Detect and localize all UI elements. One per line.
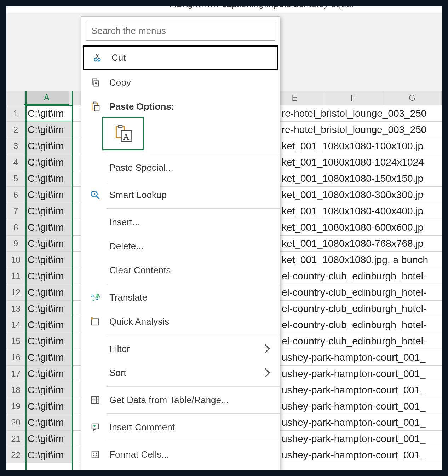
cell-a[interactable]: C:\git\im bbox=[25, 366, 73, 382]
formula-bar[interactable]: A1 C:\git\im…-captioning\inputs\berkeley… bbox=[6, 6, 442, 13]
row-header[interactable]: 12 bbox=[6, 284, 25, 300]
row-header[interactable]: 6 bbox=[6, 187, 25, 203]
row-header[interactable]: 15 bbox=[6, 333, 25, 349]
row-header[interactable]: 20 bbox=[6, 414, 25, 430]
menu-search-input[interactable]: Search the menus bbox=[86, 21, 275, 41]
menu-translate[interactable]: aあ Translate bbox=[81, 285, 280, 309]
cell-a[interactable]: C:\git\im bbox=[25, 301, 73, 317]
cell-a[interactable]: C:\git\im bbox=[25, 122, 73, 138]
format-cells-icon bbox=[89, 448, 102, 461]
cell-a[interactable]: C:\git\im bbox=[25, 105, 73, 121]
cell-overflow-text[interactable]: ushey-park-hampton-court_001_ bbox=[281, 447, 442, 463]
row-header[interactable]: 22 bbox=[6, 447, 25, 463]
cell-overflow-text[interactable]: ket_001_1080x1080-1024x1024 bbox=[281, 154, 442, 170]
divider bbox=[107, 284, 280, 284]
cell-a[interactable]: C:\git\im bbox=[25, 382, 73, 398]
menu-filter-label: Filter bbox=[109, 343, 254, 354]
row-header[interactable]: 3 bbox=[6, 138, 25, 154]
menu-quick-analysis[interactable]: Quick Analysis bbox=[81, 309, 280, 333]
excel-window: A1 C:\git\im…-captioning\inputs\berkeley… bbox=[6, 6, 442, 470]
select-all-corner[interactable] bbox=[6, 91, 24, 105]
cell-a[interactable]: C:\git\im bbox=[25, 170, 73, 186]
menu-clear-contents[interactable]: Clear Contents bbox=[81, 258, 280, 282]
cell-a[interactable]: C:\git\im bbox=[25, 398, 73, 414]
column-header-f[interactable]: F bbox=[324, 91, 383, 105]
svg-point-30 bbox=[93, 453, 94, 454]
column-header-g[interactable]: G bbox=[383, 91, 442, 105]
cell-overflow-text[interactable]: ushey-park-hampton-court_001_ bbox=[281, 398, 442, 414]
cell-a[interactable]: C:\git\im bbox=[25, 252, 73, 268]
row-header[interactable]: 14 bbox=[6, 317, 25, 333]
divider bbox=[107, 181, 280, 181]
cell-a[interactable]: C:\git\im bbox=[25, 414, 73, 430]
cell-overflow-text[interactable]: ket_001_1080x1080-600x600.jp bbox=[281, 219, 442, 235]
cell-overflow-text[interactable]: ket_001_1080x1080-768x768.jp bbox=[281, 236, 442, 251]
divider bbox=[107, 386, 280, 387]
menu-insert-comment[interactable]: Insert Comment bbox=[81, 415, 280, 439]
cell-a[interactable]: C:\git\im bbox=[25, 236, 73, 251]
cell-overflow-text[interactable]: ushey-park-hampton-court_001_ bbox=[281, 366, 442, 382]
row-header[interactable]: 4 bbox=[6, 154, 25, 170]
menu-copy[interactable]: Copy bbox=[81, 70, 280, 94]
menu-filter[interactable]: Filter bbox=[81, 337, 280, 361]
cell-a[interactable]: C:\git\im bbox=[25, 447, 73, 463]
menu-sort[interactable]: Sort bbox=[81, 361, 280, 385]
cell-a[interactable]: C:\git\im bbox=[25, 154, 73, 170]
cell-overflow-text[interactable]: el-country-club_edinburgh_hotel- bbox=[281, 284, 442, 300]
cell-overflow-text[interactable]: ket_001_1080x1080-400x400.jp bbox=[281, 203, 442, 219]
row-header[interactable]: 7 bbox=[6, 203, 25, 219]
cell-a[interactable]: C:\git\im bbox=[25, 268, 73, 284]
cell-overflow-text[interactable]: el-country-club_edinburgh_hotel- bbox=[281, 317, 442, 333]
cell-overflow-text[interactable]: re-hotel_bristol_lounge_003_250 bbox=[281, 122, 442, 138]
chevron-right-icon bbox=[261, 368, 270, 377]
row-header[interactable]: 16 bbox=[6, 349, 25, 365]
menu-get-data[interactable]: Get Data from Table/Range... bbox=[81, 388, 280, 412]
cell-overflow-text[interactable]: ushey-park-hampton-court_001_ bbox=[281, 431, 442, 447]
row-header[interactable]: 1 bbox=[6, 105, 25, 121]
row-header[interactable]: 8 bbox=[6, 219, 25, 235]
cell-overflow-text[interactable]: ket_001_1080x1080-100x100.jp bbox=[281, 138, 442, 154]
menu-delete[interactable]: Delete... bbox=[81, 234, 280, 258]
menu-paste-special[interactable]: Paste Special... bbox=[81, 156, 280, 180]
svg-rect-7 bbox=[93, 102, 96, 104]
cell-a[interactable]: C:\git\im bbox=[25, 333, 73, 349]
cell-overflow-text[interactable]: re-hotel_bristol_lounge_003_250 bbox=[281, 105, 442, 121]
cell-a[interactable]: C:\git\im bbox=[25, 187, 73, 203]
menu-smart-lookup[interactable]: Smart Lookup bbox=[81, 183, 280, 207]
cell-a[interactable]: C:\git\im bbox=[25, 284, 73, 300]
divider bbox=[107, 413, 280, 414]
cell-overflow-text[interactable]: el-country-club_edinburgh_hotel- bbox=[281, 333, 442, 349]
cell-overflow-text[interactable]: ket_001_1080x1080-150x150.jp bbox=[281, 170, 442, 186]
menu-cut[interactable]: Cut bbox=[83, 46, 278, 70]
cell-overflow-text[interactable]: ushey-park-hampton-court_001_ bbox=[281, 382, 442, 398]
menu-clear-contents-label: Clear Contents bbox=[109, 265, 274, 276]
divider bbox=[107, 441, 280, 441]
row-header[interactable]: 10 bbox=[6, 252, 25, 268]
cell-a[interactable]: C:\git\im bbox=[25, 219, 73, 235]
cell-overflow-text[interactable]: ushey-park-hampton-court_001_ bbox=[281, 349, 442, 365]
row-header[interactable]: 9 bbox=[6, 236, 25, 251]
cell-a[interactable]: C:\git\im bbox=[25, 349, 73, 365]
cell-a[interactable]: C:\git\im bbox=[25, 317, 73, 333]
divider bbox=[107, 335, 280, 335]
paste-option-keep-text[interactable]: A bbox=[102, 117, 144, 150]
cell-overflow-text[interactable]: el-country-club_edinburgh_hotel- bbox=[281, 301, 442, 317]
row-header[interactable]: 18 bbox=[6, 382, 25, 398]
cell-overflow-text[interactable]: ket_001_1080x1080-300x300.jp bbox=[281, 187, 442, 203]
row-header[interactable]: 21 bbox=[6, 431, 25, 447]
cell-a[interactable]: C:\git\im bbox=[25, 138, 73, 154]
cell-overflow-text[interactable]: ushey-park-hampton-court_001_ bbox=[281, 414, 442, 430]
menu-format-cells[interactable]: Format Cells... bbox=[81, 442, 280, 466]
row-header[interactable]: 5 bbox=[6, 170, 25, 186]
row-header[interactable]: 11 bbox=[6, 268, 25, 284]
row-header[interactable]: 13 bbox=[6, 301, 25, 317]
menu-insert[interactable]: Insert... bbox=[81, 210, 280, 234]
cell-overflow-text[interactable]: ket_001_1080x1080.jpg, a bunch bbox=[281, 252, 442, 268]
cell-a[interactable]: C:\git\im bbox=[25, 431, 73, 447]
cell-overflow-text[interactable]: el-country-club_edinburgh_hotel- bbox=[281, 268, 442, 284]
column-header-a[interactable]: A bbox=[24, 91, 69, 105]
row-header[interactable]: 2 bbox=[6, 122, 25, 138]
row-header[interactable]: 17 bbox=[6, 366, 25, 382]
row-header[interactable]: 19 bbox=[6, 398, 25, 414]
cell-a[interactable]: C:\git\im bbox=[25, 203, 73, 219]
